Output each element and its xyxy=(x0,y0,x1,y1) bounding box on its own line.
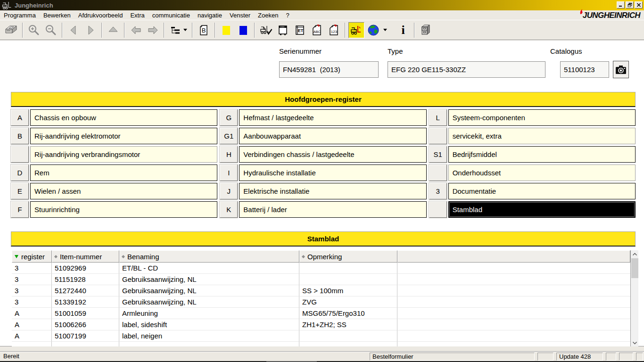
scrollbar-thumb[interactable] xyxy=(631,258,638,278)
group-key-j[interactable]: J xyxy=(220,183,238,199)
group-item-chassis-en-opbouw[interactable]: Chassis en opbouw xyxy=(30,109,217,126)
blue-marker-button[interactable] xyxy=(235,22,251,38)
table-row[interactable]: 351272440Gebruiksaanwijzing, NLSS > 100m… xyxy=(12,285,630,296)
page-previous-button[interactable] xyxy=(66,22,82,38)
group-key-i[interactable]: I xyxy=(220,165,238,181)
document-b-button[interactable]: B xyxy=(196,22,212,38)
table-row[interactable]: A51006266label, sideshiftZH1+ZH2; SS xyxy=(12,319,630,330)
group-key-g1[interactable]: G1 xyxy=(220,128,238,144)
column-header-item-nummer[interactable]: Item-nummer xyxy=(52,250,119,263)
group-key-f[interactable]: F xyxy=(11,201,29,218)
abc-index-button[interactable]: ABC xyxy=(309,22,325,38)
group-item-rem[interactable]: Rem xyxy=(30,165,217,181)
serienummer-field[interactable] xyxy=(279,61,379,78)
group-item-hefmast-lastgedeelte[interactable]: Hefmast / lastgedeelte xyxy=(239,109,426,126)
group-item-rij-aandrijving-verbrandingsmotor[interactable]: Rij-aandrijving verbrandingsmotor xyxy=(30,146,217,163)
group-key-3[interactable]: 3 xyxy=(429,183,447,199)
table-header-row: registerItem-nummerBenamingOpmerking xyxy=(12,250,630,263)
menu-item-afdrukvoorbeeld[interactable]: Afdrukvoorbeeld xyxy=(74,11,127,20)
vertical-scrollbar[interactable] xyxy=(630,250,638,346)
menu-item-extra[interactable]: Extra xyxy=(126,11,148,20)
minimize-button[interactable] xyxy=(617,1,625,8)
zoom-out-button[interactable] xyxy=(43,22,59,38)
group-key-a[interactable]: A xyxy=(11,109,29,126)
zoom-in-button[interactable] xyxy=(26,22,42,38)
group-key-e[interactable]: E xyxy=(11,183,29,199)
group-item-systeem-componenten[interactable]: Systeem-componenten xyxy=(448,109,636,126)
chevron-down-icon[interactable] xyxy=(383,29,387,31)
table-cell: ZVG xyxy=(299,296,397,308)
table-cell xyxy=(397,319,630,330)
group-item-stuurinrichting[interactable]: Stuurinrichting xyxy=(30,201,217,218)
column-header-blank[interactable] xyxy=(397,250,630,263)
svg-text:ET: ET xyxy=(298,28,304,33)
group-item-stamblad[interactable]: Stamblad xyxy=(448,201,636,218)
menu-item-communicatie[interactable]: communicatie xyxy=(149,11,194,20)
table-cell xyxy=(397,274,630,285)
info-button[interactable]: i xyxy=(395,22,411,38)
toolbar-separator xyxy=(124,23,125,38)
camera-button[interactable] xyxy=(613,61,629,78)
group-item-hydraulische-installatie[interactable]: Hydraulische installatie xyxy=(239,165,426,181)
menu-item-navigatie[interactable]: navigatie xyxy=(194,11,226,20)
print-button[interactable] xyxy=(3,22,19,38)
table-row[interactable]: A51001059ArmleuningMSG65/75/Ergo310 xyxy=(12,308,630,319)
group-key-h[interactable]: H xyxy=(220,146,238,163)
diamond-icon xyxy=(122,255,125,258)
column-header-register[interactable]: register xyxy=(12,250,52,263)
scrollbar-up-button[interactable] xyxy=(631,250,638,258)
yellow-marker-button[interactable] xyxy=(218,22,234,38)
column-header-opmerking[interactable]: Opmerking xyxy=(299,250,397,263)
table-row[interactable]: 351339192Gebruiksaanwijzing, NLZVG xyxy=(12,296,630,308)
menu-item-programma[interactable]: Programma xyxy=(0,11,40,20)
table-cell: A xyxy=(12,330,52,342)
group-row-documentatie: 3Documentatie xyxy=(429,183,636,199)
close-button[interactable] xyxy=(635,1,643,8)
yellow-marker-icon xyxy=(220,24,232,36)
toolbar-separator xyxy=(215,23,215,38)
navigate-back-button[interactable] xyxy=(128,22,144,38)
group-key-k[interactable]: K xyxy=(220,201,238,218)
group-key-s1[interactable]: S1 xyxy=(429,146,447,163)
menu-item-zoeken[interactable]: Zoeken xyxy=(254,11,282,20)
machine-button[interactable] xyxy=(275,22,291,38)
level-up-button[interactable] xyxy=(105,22,121,38)
table-row[interactable]: A51007199label, neigen xyxy=(12,330,630,342)
group-item-documentatie[interactable]: Documentatie xyxy=(448,183,636,199)
tree-view-dropdown-button[interactable] xyxy=(167,22,189,38)
page-next-button[interactable] xyxy=(83,22,99,38)
archive-cabinet-button[interactable] xyxy=(418,22,434,38)
group-item-bedrijfsmiddel[interactable]: Bedrijfsmiddel xyxy=(448,146,636,163)
group-item-batterij-lader[interactable]: Batterij / lader xyxy=(239,201,426,218)
group-item-rij-aandrijving-elektromotor[interactable]: Rij-aandrijving elektromotor xyxy=(30,128,217,144)
group-key-b[interactable]: B xyxy=(11,128,29,144)
group-item-verbindingen-chassis-lastgedeelte[interactable]: Verbindingen chassis / lastgedeelte xyxy=(239,146,426,163)
menu-item-venster[interactable]: Venster xyxy=(226,11,254,20)
logo-text: JUNGHEINRICH xyxy=(583,11,640,20)
parts-catalog-button[interactable] xyxy=(348,22,364,38)
toolbar-separator xyxy=(345,23,346,38)
group-item-servicekit-extra[interactable]: servicekit, extra xyxy=(448,128,636,144)
group-item-elektrische-installatie[interactable]: Elektrische installatie xyxy=(239,183,426,199)
group-item-aanbouwapparaat[interactable]: Aanbouwapparaat xyxy=(239,128,426,144)
table-row[interactable]: 351151928Gebruiksaanwijzing, NL xyxy=(12,274,630,285)
table-row[interactable]: 351092969ET/BL - CD xyxy=(12,263,630,274)
page-next-icon xyxy=(84,24,97,36)
group-key-l[interactable]: L xyxy=(429,109,447,126)
globe-language-button[interactable] xyxy=(365,22,381,38)
group-item-onderhoudsset[interactable]: Onderhoudsset xyxy=(448,165,636,181)
scrollbar-down-button[interactable] xyxy=(631,339,638,346)
column-header-benaming[interactable]: Benaming xyxy=(119,250,299,263)
group-key-d[interactable]: D xyxy=(11,165,29,181)
et-book-button[interactable]: ET xyxy=(292,22,308,38)
restore-button[interactable] xyxy=(626,1,634,8)
navigate-forward-button[interactable] xyxy=(145,22,161,38)
catalogus-field[interactable] xyxy=(560,61,609,78)
group-key-g[interactable]: G xyxy=(220,109,238,126)
numeric-index-button[interactable]: 123 xyxy=(326,22,342,38)
group-item-wielen-assen[interactable]: Wielen / assen xyxy=(30,183,217,199)
menu-item-blank[interactable]: ? xyxy=(282,11,293,20)
menu-item-bewerken[interactable]: Bewerken xyxy=(40,11,74,20)
forklift-check-button[interactable] xyxy=(258,22,274,38)
type-field[interactable] xyxy=(388,61,545,78)
